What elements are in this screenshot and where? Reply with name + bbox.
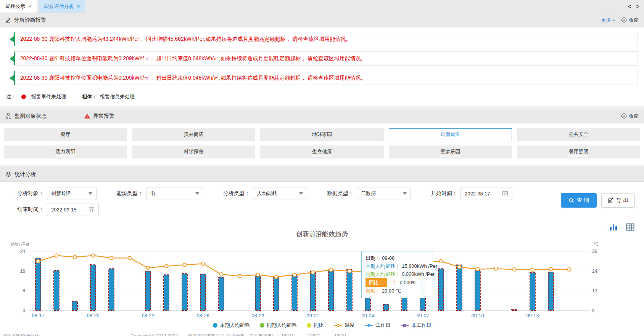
date-input-4[interactable]: 2022-08-17: [460, 187, 512, 200]
tooltip-temp-value: 29.00 ℃: [382, 287, 401, 295]
more-link[interactable]: 更多 »: [601, 17, 615, 24]
legend-marker-icon: [334, 325, 342, 326]
tab-label: 能效评估分析: [44, 3, 74, 10]
tab-efficiency-analysis[interactable]: 能效评估分析 ×: [39, 0, 85, 13]
alert-item[interactable]: 2022-08-30 襄阳科技馆人均能耗为49.244kWh/Per， 同比增幅…: [14, 32, 638, 46]
tab-close-icon[interactable]: ×: [28, 3, 31, 9]
svg-text:0: 0: [592, 308, 595, 313]
filter-value: 人均能耗: [257, 190, 277, 197]
svg-text:08-20: 08-20: [87, 313, 99, 318]
monitor-button-餐厅照明[interactable]: 餐厅照明: [517, 146, 640, 158]
export-button[interactable]: 导 出: [601, 193, 635, 208]
alert-item[interactable]: 2022-08-30 襄阳科技馆单位面积电能耗为0.209kWh/㎡， 超出日约…: [14, 71, 638, 85]
monitor-button-地球家园[interactable]: 地球家园: [260, 128, 383, 141]
legend-item-同期人均能耗[interactable]: 同期人均能耗: [260, 322, 297, 329]
monitor-button-生命健康[interactable]: 生命健康: [260, 146, 383, 158]
tab-close-icon[interactable]: ×: [77, 3, 80, 9]
filter-group: 分析对象：创新前沿: [17, 187, 97, 200]
svg-text:8: 8: [23, 288, 25, 293]
filter-value: 电: [150, 190, 155, 197]
svg-text:08-23: 08-23: [142, 313, 154, 318]
filter-select-3[interactable]: 日数据: [357, 187, 411, 200]
up-arrow-icon: ↑: [393, 278, 396, 286]
legend-item-同比[interactable]: 同比: [307, 322, 324, 329]
filter-label: 数据类型：: [327, 190, 354, 197]
trend-chart-section: 创新前沿能效趋势 0081216242436kWh /Per℃08-1708-2…: [0, 218, 644, 335]
alarm-collapse-button[interactable]: 收缩: [621, 17, 639, 24]
note-label: 注：: [6, 93, 16, 100]
legend-label: 同比: [314, 322, 324, 329]
collapse-label: 收缩: [629, 113, 639, 120]
legend-item-温度[interactable]: 温度: [334, 322, 355, 329]
collapse-label: 收缩: [629, 17, 639, 24]
filter-select-2[interactable]: 人均能耗: [253, 187, 307, 200]
monitor-panel-title: 监测对象状态: [14, 113, 47, 120]
legend-item-非工作日[interactable]: 非工作日: [401, 322, 431, 329]
tooltip-date-value: 09-06: [382, 254, 394, 262]
page-footer: 能耗监测统计分析 Copyright © 2013-2022 ……科技股份有限公…: [0, 333, 644, 336]
alert-item[interactable]: 2022-08-30 襄阳科技馆单位面积电能耗为0.209kWh/㎡， 超出日约…: [14, 51, 638, 66]
tab-scroll-left-icon[interactable]: <: [628, 3, 631, 10]
tooltip-ratio-badge: 同比：: [365, 278, 387, 287]
alarm-panel-header: 分析诊断报警 更多 » 收缩: [0, 13, 644, 27]
grid-group: 0081216242436: [20, 249, 597, 313]
tab-energy-publicity[interactable]: 能耗公示 ×: [0, 0, 37, 13]
svg-text:12: 12: [592, 288, 597, 293]
filter-value: 创新前沿: [51, 190, 71, 197]
filter-group: 分析类型：人均能耗: [223, 187, 307, 200]
filter-value: 2022-08-17: [465, 191, 490, 197]
monitor-button-贝林商店[interactable]: 贝林商店: [132, 128, 255, 141]
legend-item-本期人均能耗[interactable]: 本期人均能耗: [213, 322, 250, 329]
footer-copyright-text: Copyright © 2013-2022 ……科技股份有限公司 版权所有 技术…: [130, 333, 356, 336]
filter-select-0[interactable]: 创新前沿: [47, 187, 97, 200]
legend-item-工作日[interactable]: 工作日: [365, 322, 391, 329]
svg-text:0: 0: [23, 308, 25, 313]
tab-bar: 能耗公示 × 能效评估分析 × < >: [0, 0, 644, 13]
tab-scroll-right-icon[interactable]: >: [636, 3, 639, 10]
filter-label: 开始时间：: [431, 190, 457, 197]
svg-text:kWh /Per: kWh /Per: [11, 242, 29, 247]
export-xls-icon: [608, 198, 614, 203]
svg-text:08-17: 08-17: [32, 313, 44, 318]
svg-text:℃: ℃: [594, 242, 599, 247]
svg-text:24: 24: [592, 269, 597, 274]
legend-label: 本期人均能耗: [220, 322, 250, 329]
monitor-button-童梦乐园[interactable]: 童梦乐园: [389, 146, 512, 158]
filter-label: 结束时间：: [17, 206, 44, 213]
caret-down-icon: [299, 192, 303, 195]
tooltip-previous-value: 0.000kWh /Per: [402, 270, 435, 278]
footer-left-text: 能耗监测统计分析: [2, 333, 39, 336]
monitor-button-label: 公共安全: [568, 131, 588, 139]
monitor-button-科学探秘[interactable]: 科学探秘: [132, 146, 255, 158]
chart-legend: 本期人均能耗同期人均能耗同比温度工作日非工作日: [0, 322, 644, 329]
tab-scroll-arrows: < >: [628, 0, 639, 13]
caret-down-icon: [195, 192, 199, 195]
filter-label: 分析对象：: [17, 190, 44, 197]
date-input-5[interactable]: 2022-09-15: [47, 203, 99, 216]
filter-select-1[interactable]: 电: [146, 187, 203, 200]
legend-marker-icon: [307, 323, 311, 328]
svg-text:09-01: 09-01: [306, 313, 319, 318]
svg-text:09-13: 09-13: [526, 313, 539, 318]
svg-text:36: 36: [592, 249, 597, 254]
filter-value: 日数据: [361, 190, 376, 197]
filter-group: 能源类型：电: [116, 187, 203, 200]
monitor-button-创新前沿[interactable]: 创新前沿: [389, 128, 512, 141]
stats-panel-title: 统计分析: [14, 171, 36, 178]
tooltip-ratio-value: 0.000%: [400, 278, 417, 286]
monitor-button-餐厅[interactable]: 餐厅: [4, 128, 127, 141]
monitor-button-label: 科学探秘: [184, 148, 204, 156]
query-button[interactable]: 查 询: [561, 193, 597, 208]
monitor-button-公共安全[interactable]: 公共安全: [517, 128, 640, 141]
monitor-button-label: 活力襄阳: [56, 148, 76, 156]
svg-text:09-07: 09-07: [416, 313, 429, 318]
filter-label: 分析类型：: [223, 190, 250, 197]
bars-group: [35, 258, 554, 310]
alert-text: 2022-08-30 襄阳科技馆人均能耗为49.244kWh/Per， 同比增幅…: [20, 36, 351, 43]
search-icon: [568, 198, 574, 203]
monitor-button-活力襄阳[interactable]: 活力襄阳: [4, 146, 127, 158]
trend-chart-svg[interactable]: 0081216242436kWh /Per℃08-1708-2008-2308-…: [0, 218, 644, 335]
legend-label: 工作日: [376, 322, 391, 329]
note-dot-text: 报警事件未处理: [31, 93, 66, 100]
monitor-collapse-button[interactable]: 收缩: [621, 113, 639, 120]
